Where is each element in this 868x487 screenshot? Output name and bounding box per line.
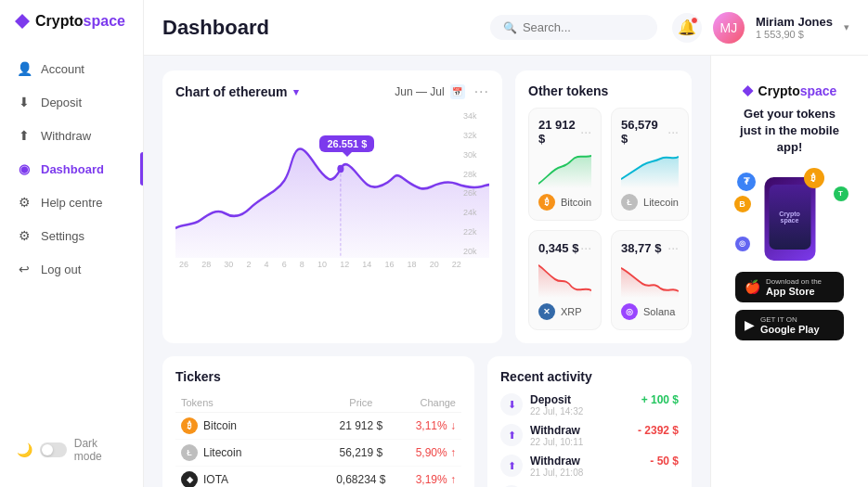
phone-illustration: Cryptospace ₮ ₿ B T ◎ (730, 168, 850, 261)
arrow-up-icon: ↑ (450, 446, 456, 459)
table-row: ₿ Bitcoin 21 912 $ 3,11% ↓ (175, 413, 461, 440)
phone-mockup: Cryptospace (764, 177, 815, 261)
ticker-icon: ◆ (181, 471, 198, 487)
arrow-up-icon: ↑ (450, 473, 456, 486)
y-axis: 34k32k30k28k26k24k22k20k (463, 109, 489, 258)
content-right: Cryptospace Get your tokens just in the … (710, 56, 868, 487)
withdraw-icon: ⬆ (17, 128, 32, 143)
google-play-icon: ▶ (745, 317, 755, 332)
ethereum-chart (175, 109, 489, 258)
activity-amount: - 2392 $ (638, 424, 679, 437)
logout-icon: ↩ (17, 262, 32, 276)
chart-period: Jun — Jul 📅 (395, 84, 464, 99)
user-balance: 1 553,90 $ (756, 29, 833, 40)
sidebar-item-withdraw[interactable]: ⬆ Withdraw (0, 119, 143, 152)
activity-amount: - 50 $ (650, 455, 679, 468)
avatar: MJ (713, 12, 745, 44)
other-tokens-section: Other tokens 21 912 $ ··· (515, 70, 692, 343)
activity-amount: + 100 $ (641, 393, 679, 406)
account-icon: 👤 (17, 61, 32, 76)
token-card-xrp: 0,345 $ ··· ✕ (528, 230, 602, 330)
xrp-icon: ✕ (538, 303, 555, 320)
search-box[interactable]: 🔍 (490, 15, 657, 40)
help-icon: ⚙ (17, 195, 32, 210)
sidebar-item-help[interactable]: ⚙ Help centre (0, 186, 143, 219)
chart-section: Chart of ethereum ▾ Jun — Jul 📅 ··· (162, 70, 502, 343)
content-main: Chart of ethereum ▾ Jun — Jul 📅 ··· (144, 56, 710, 487)
chart-title: Chart of ethereum ▾ (175, 84, 299, 99)
solana-icon: ◎ (621, 303, 638, 320)
coin-green-icon: T (834, 186, 849, 201)
tickers-section: Tickers Tokens Price Change ₿ B (162, 356, 474, 487)
deposit-icon: ⬇ (500, 393, 523, 416)
list-item: ⬇ Deposit 22 Jul, 14:32 + 100 $ (500, 393, 679, 417)
chart-tooltip: 26.551 $ (319, 135, 374, 152)
sidebar-item-account[interactable]: 👤 Account (0, 52, 143, 85)
list-item: ⬆ Withdraw 21 Jul, 21:08 - 50 $ (500, 455, 679, 478)
apple-icon: 🍎 (745, 279, 760, 294)
user-info: Miriam Jones 1 553,90 $ (756, 15, 833, 40)
sidebar-item-settings[interactable]: ⚙ Settings (0, 219, 143, 252)
sidebar-bottom: 🌙 Dark mode (0, 418, 143, 487)
calendar-icon[interactable]: 📅 (450, 84, 465, 99)
withdraw-icon: ⬆ (500, 424, 523, 446)
toggle-track[interactable] (40, 442, 67, 457)
app-store-button[interactable]: 🍎 Download on the App Store (735, 272, 844, 302)
coin-gold-icon: ₿ (804, 168, 824, 188)
chart-container: 26.551 $ 34k32k30k28k26k24k22k20k (175, 109, 489, 258)
withdraw-icon: ⬆ (500, 455, 523, 477)
litecoin-mini-chart (621, 151, 679, 188)
x-axis: 262830246810121416182022 (175, 258, 489, 269)
chevron-down-icon[interactable]: ▾ (844, 21, 849, 33)
coin-purple-icon: ◎ (735, 237, 750, 251)
token-card-solana: 38,77 $ ··· ◎ (611, 230, 689, 330)
activity-list: ⬇ Deposit 22 Jul, 14:32 + 100 $ ⬆ Withdr… (500, 393, 679, 487)
token-card-litecoin: 56,579 $ ··· Ł (611, 108, 689, 221)
sidebar-item-deposit[interactable]: ⬇ Deposit (0, 85, 143, 119)
logo-diamond-icon (15, 14, 30, 29)
coin-blue-icon: ₮ (737, 173, 756, 191)
token-menu-button[interactable]: ··· (580, 240, 591, 255)
search-icon: 🔍 (503, 21, 517, 34)
other-tokens-title: Other tokens (528, 83, 679, 98)
tokens-grid: 21 912 $ ··· ₿ (528, 108, 679, 330)
col-tokens: Tokens (175, 393, 324, 413)
table-row: Ł Litecoin 56,219 $ 5,90% ↑ (175, 440, 461, 467)
header-right: 🔔 MJ Miriam Jones 1 553,90 $ ▾ (672, 12, 849, 44)
coin-bnb-icon: B (734, 196, 751, 212)
activity-section: Recent activity ⬇ Deposit 22 Jul, 14:32 … (487, 356, 692, 487)
sidebar-item-dashboard[interactable]: ◉ Dashboard (0, 152, 143, 186)
bitcoin-mini-chart (538, 151, 591, 188)
col-price: Price (324, 393, 398, 413)
content: Chart of ethereum ▾ Jun — Jul 📅 ··· (144, 56, 868, 487)
tickers-title: Tickers (175, 369, 461, 384)
token-menu-button[interactable]: ··· (667, 124, 679, 139)
header: Dashboard 🔍 🔔 MJ Miriam Jones 1 553,90 $… (144, 0, 868, 56)
token-menu-button[interactable]: ··· (667, 240, 679, 255)
notification-bell-button[interactable]: 🔔 (672, 13, 702, 43)
table-row: ◆ IOTA 0,68234 $ 3,19% ↑ (175, 467, 461, 488)
ticker-icon: ₿ (181, 417, 198, 434)
chart-menu-button[interactable]: ··· (474, 83, 489, 100)
page-title: Dashboard (162, 16, 475, 40)
notification-dot (691, 17, 698, 24)
search-input[interactable] (523, 20, 644, 34)
list-item: ⬆ Withdraw 22 Jul, 10:11 - 2392 $ (500, 424, 679, 447)
chart-controls: Jun — Jul 📅 ··· (395, 83, 489, 100)
user-name: Miriam Jones (756, 15, 833, 29)
promo-panel: Cryptospace Get your tokens just in the … (724, 70, 855, 353)
activity-title: Recent activity (500, 369, 679, 384)
dashboard-icon: ◉ (17, 161, 32, 176)
dark-mode-toggle[interactable]: 🌙 Dark mode (0, 428, 143, 472)
toggle-thumb (42, 444, 53, 455)
logo: Cryptospace (0, 0, 143, 43)
bottom-row: Tickers Tokens Price Change ₿ B (162, 356, 692, 487)
token-menu-button[interactable]: ··· (580, 124, 591, 139)
xrp-mini-chart (538, 261, 591, 298)
google-play-button[interactable]: ▶ GET IT ON Google Play (735, 310, 844, 340)
arrow-down-icon: ↓ (450, 419, 456, 432)
chevron-down-icon[interactable]: ▾ (293, 86, 299, 98)
sidebar-item-logout[interactable]: ↩ Log out (0, 252, 143, 286)
logo-diamond-icon (743, 85, 754, 96)
top-row: Chart of ethereum ▾ Jun — Jul 📅 ··· (162, 70, 692, 343)
